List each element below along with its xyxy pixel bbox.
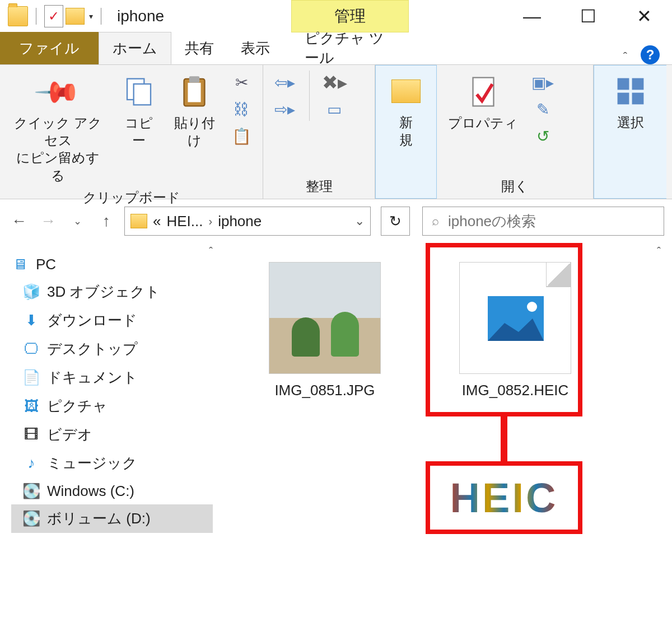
folder-icon bbox=[391, 79, 421, 103]
group-label: 整理 bbox=[271, 175, 367, 195]
minimize-button[interactable]: — bbox=[504, 0, 560, 32]
paste-button[interactable]: 貼り付け bbox=[169, 71, 220, 151]
tree-downloads[interactable]: ⬇ダウンロード bbox=[11, 306, 213, 335]
cube-icon: 🧊 bbox=[22, 283, 40, 301]
properties-qat-icon[interactable]: ✓ bbox=[44, 5, 63, 27]
title-bar: ✓ ▾ iphone 管理 — ☐ ✕ bbox=[0, 0, 672, 32]
file-item[interactable]: IMG_0851.JPG bbox=[258, 262, 392, 399]
tree-desktop[interactable]: 🖵デスクトップ bbox=[11, 335, 213, 363]
download-icon: ⬇ bbox=[22, 312, 40, 330]
highlight-connector bbox=[501, 416, 507, 461]
navigation-pane: ˆ 🖥 PC 🧊3D オブジェクト ⬇ダウンロード 🖵デスクトップ 📄ドキュメン… bbox=[0, 240, 218, 618]
qat-dropdown-icon[interactable]: ▾ bbox=[89, 12, 93, 21]
tree-drive-c[interactable]: 💽Windows (C:) bbox=[11, 477, 213, 504]
chevron-right-icon[interactable]: › bbox=[208, 215, 212, 228]
forward-button[interactable]: → bbox=[37, 210, 59, 232]
copy-to-icon[interactable]: ⇨▸ bbox=[271, 97, 298, 121]
svg-rect-6 bbox=[617, 78, 629, 90]
body: ˆ 🖥 PC 🧊3D オブジェクト ⬇ダウンロード 🖵デスクトップ 📄ドキュメン… bbox=[0, 240, 672, 618]
svg-rect-9 bbox=[632, 93, 643, 105]
scroll-up-icon[interactable]: ˆ bbox=[657, 245, 661, 258]
open-icon[interactable]: ▣▸ bbox=[529, 71, 556, 94]
highlight-box-label: HEIC bbox=[426, 461, 582, 534]
tree-documents[interactable]: 📄ドキュメント bbox=[11, 363, 213, 392]
address-dropdown-icon[interactable]: ⌄ bbox=[354, 214, 365, 228]
desktop-icon: 🖵 bbox=[22, 340, 40, 358]
close-button[interactable]: ✕ bbox=[616, 0, 672, 32]
drive-icon: 💽 bbox=[22, 510, 40, 528]
tree-pc[interactable]: 🖥 PC bbox=[11, 251, 213, 278]
separator bbox=[36, 8, 36, 25]
tree-3d-objects[interactable]: 🧊3D オブジェクト bbox=[11, 278, 213, 306]
up-button[interactable]: ↑ bbox=[95, 210, 118, 232]
document-icon: 📄 bbox=[22, 369, 40, 387]
new-folder-button[interactable]: 新 規 bbox=[384, 70, 428, 151]
delete-icon[interactable]: ✖▸ bbox=[321, 71, 348, 94]
tab-view[interactable]: 表示 bbox=[227, 32, 283, 64]
clipboard-extra: ✂ ⛓ 📋 bbox=[228, 71, 255, 148]
tree-music[interactable]: ♪ミュージック bbox=[11, 449, 213, 477]
move-to-icon[interactable]: ⇦▸ bbox=[271, 71, 298, 94]
maximize-button[interactable]: ☐ bbox=[560, 0, 616, 32]
copy-icon bbox=[120, 73, 158, 111]
svg-rect-7 bbox=[632, 78, 643, 90]
history-icon[interactable]: ↺ bbox=[529, 124, 556, 148]
tab-share[interactable]: 共有 bbox=[171, 32, 227, 64]
svg-rect-3 bbox=[188, 83, 201, 102]
pin-icon: 📌 bbox=[33, 67, 83, 116]
search-box[interactable]: ⌕ bbox=[422, 207, 664, 236]
back-button[interactable]: ← bbox=[8, 210, 30, 232]
breadcrumb-parent[interactable]: HEI... bbox=[166, 213, 203, 230]
scroll-up-icon[interactable]: ˆ bbox=[209, 245, 213, 258]
contextual-tab-header: 管理 bbox=[291, 0, 409, 32]
copy-button[interactable]: コピー bbox=[116, 71, 161, 151]
callout-text: HEIC bbox=[450, 474, 558, 522]
search-input[interactable] bbox=[448, 213, 655, 230]
content-pane[interactable]: ˆ IMG_0851.JPG IMG_0852.HEIC HEIC bbox=[218, 240, 672, 618]
new-folder-qat-icon[interactable] bbox=[66, 8, 85, 25]
pin-to-quick-access-button[interactable]: 📌 クイック アクセス にピン留めする bbox=[8, 71, 109, 186]
group-new: 新 規 bbox=[375, 65, 437, 199]
tab-file[interactable]: ファイル bbox=[0, 32, 99, 64]
highlight-box-file bbox=[426, 243, 582, 416]
edit-icon[interactable]: ✎ bbox=[529, 97, 556, 121]
window-title: iphone bbox=[117, 7, 164, 25]
folder-icon[interactable] bbox=[8, 6, 28, 26]
properties-button[interactable]: プロパティ bbox=[445, 71, 521, 134]
group-label: クリップボード bbox=[8, 186, 255, 207]
group-clipboard: 📌 クイック アクセス にピン留めする コピー 貼り付け ✂ ⛓ 📋 bbox=[0, 65, 263, 199]
breadcrumb-current[interactable]: iphone bbox=[218, 213, 262, 230]
file-name: IMG_0851.JPG bbox=[274, 382, 375, 399]
help-icon[interactable]: ? bbox=[641, 45, 660, 64]
svg-rect-4 bbox=[189, 76, 199, 83]
svg-rect-8 bbox=[617, 93, 629, 105]
svg-rect-1 bbox=[133, 84, 150, 105]
copy-path-icon[interactable]: ⛓ bbox=[228, 97, 255, 121]
pictures-icon: 🖼 bbox=[22, 397, 40, 415]
tab-picture-tools[interactable]: ピクチャ ツール bbox=[291, 32, 409, 64]
ribbon: 📌 クイック アクセス にピン留めする コピー 貼り付け ✂ ⛓ 📋 bbox=[0, 65, 672, 199]
drive-icon: 💽 bbox=[22, 482, 40, 500]
rename-icon[interactable]: ▭ bbox=[321, 97, 348, 121]
separator bbox=[101, 8, 101, 25]
refresh-button[interactable]: ↻ bbox=[381, 207, 410, 236]
cut-icon[interactable]: ✂ bbox=[228, 71, 255, 94]
music-icon: ♪ bbox=[22, 455, 40, 472]
folder-icon bbox=[130, 214, 147, 228]
navigation-bar: ← → ⌄ ↑ « HEI... › iphone ⌄ ↻ ⌕ bbox=[0, 203, 672, 240]
ribbon-tabs: ファイル ホーム 共有 表示 ピクチャ ツール ˆ ? bbox=[0, 32, 672, 65]
group-select: 選択 bbox=[594, 65, 666, 199]
tab-home[interactable]: ホーム bbox=[99, 32, 171, 64]
quick-access-toolbar: ✓ ▾ bbox=[0, 5, 107, 27]
recent-locations-button[interactable]: ⌄ bbox=[66, 210, 88, 232]
paste-shortcut-icon[interactable]: 📋 bbox=[228, 124, 255, 148]
group-open: プロパティ ▣▸ ✎ ↺ 開く bbox=[437, 65, 594, 199]
properties-icon bbox=[464, 73, 502, 111]
address-bar[interactable]: « HEI... › iphone ⌄ bbox=[124, 207, 371, 236]
breadcrumb-prefix: « bbox=[153, 213, 161, 230]
tree-drive-d[interactable]: 💽ボリューム (D:) bbox=[11, 504, 213, 533]
tree-videos[interactable]: 🎞ビデオ bbox=[11, 420, 213, 449]
collapse-ribbon-icon[interactable]: ˆ bbox=[623, 50, 627, 64]
select-button[interactable]: 選択 bbox=[602, 70, 659, 133]
tree-pictures[interactable]: 🖼ピクチャ bbox=[11, 392, 213, 420]
